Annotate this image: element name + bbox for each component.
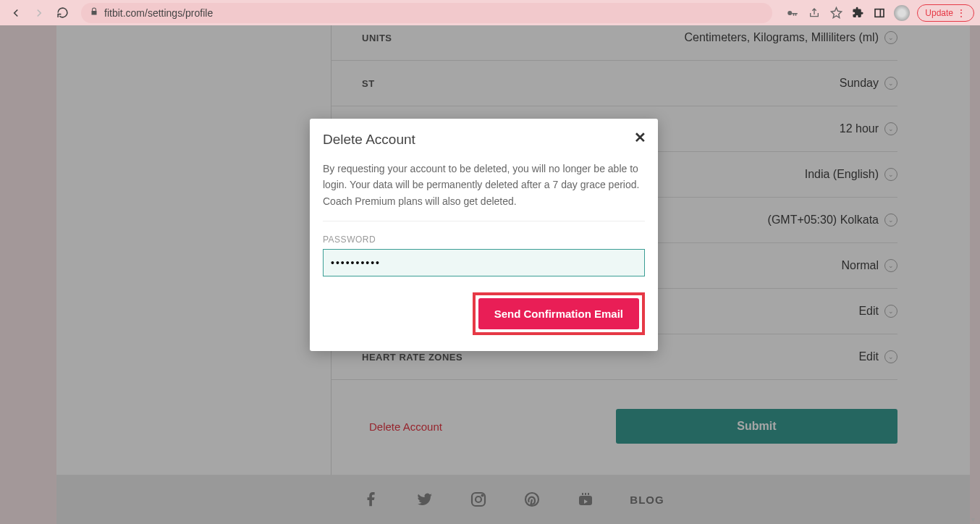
panel-icon[interactable] (872, 6, 887, 20)
password-label: PASSWORD (323, 234, 645, 245)
forward-button[interactable] (29, 3, 49, 23)
chrome-actions: Update ⋮ (785, 4, 974, 22)
menu-dots-icon: ⋮ (956, 7, 966, 19)
svg-point-0 (788, 11, 793, 15)
share-icon[interactable] (807, 6, 821, 20)
profile-avatar[interactable] (894, 5, 910, 21)
update-button[interactable]: Update ⋮ (917, 4, 974, 22)
modal-title: Delete Account (323, 132, 645, 148)
svg-rect-1 (875, 9, 884, 17)
modal-body: By requesting your account to be deleted… (323, 161, 645, 221)
browser-toolbar: fitbit.com/settings/profile Update ⋮ (0, 0, 980, 25)
lock-icon (90, 7, 98, 18)
url-text: fitbit.com/settings/profile (104, 7, 213, 19)
back-button[interactable] (6, 3, 26, 23)
password-input[interactable] (323, 249, 645, 276)
update-label: Update (925, 8, 953, 18)
reload-button[interactable] (52, 3, 72, 23)
star-icon[interactable] (829, 6, 843, 20)
send-confirmation-button[interactable]: Send Confirmation Email (478, 298, 639, 329)
key-icon[interactable] (785, 6, 800, 20)
highlight-annotation: Send Confirmation Email (473, 292, 645, 335)
address-bar[interactable]: fitbit.com/settings/profile (81, 3, 772, 23)
scroll-indicator-icon: ▾ (971, 515, 979, 523)
close-icon[interactable]: ✕ (634, 129, 646, 146)
extensions-icon[interactable] (850, 6, 865, 20)
delete-account-modal: ✕ Delete Account By requesting your acco… (310, 119, 658, 351)
